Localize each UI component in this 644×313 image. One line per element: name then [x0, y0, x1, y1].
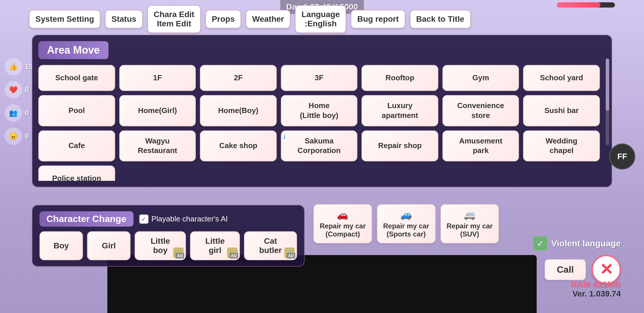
little-boy-ad-badge: AD — [176, 253, 184, 259]
area-home-little-boy[interactable]: Home (Little boy) — [281, 95, 358, 126]
area-1f[interactable]: 1F — [119, 65, 196, 91]
area-luxury-apartment[interactable]: Luxury apartment — [361, 95, 438, 126]
area-convenience-store[interactable]: Convenience store — [442, 95, 519, 126]
props-button[interactable]: Props — [205, 10, 241, 28]
area-pool[interactable]: Pool — [38, 95, 115, 126]
area-cake-shop[interactable]: Cake shop — [200, 130, 277, 162]
area-grid: School gate 1F 2F 3F Rooftop Gym School … — [38, 65, 600, 181]
scroll-indicator — [606, 59, 609, 145]
ai-checkbox[interactable]: ✓ — [139, 214, 149, 224]
ram-info: RAM 421MB Ver. 1.039.74 — [571, 279, 621, 299]
area-cafe[interactable]: Cafe — [38, 130, 115, 162]
char-buttons: Boy Girl Little boy 🔒 AD Little girl 🔒 A… — [39, 231, 297, 260]
car-repair-panel: 🚗 Repair my car (Compact) 🚙 Repair my ca… — [313, 204, 499, 243]
version-text: Ver. 1.039.74 — [571, 289, 621, 299]
back-to-title-button[interactable]: Back to Title — [410, 10, 471, 28]
people-value: 0 — [25, 109, 29, 117]
area-wagyu-restaurant[interactable]: Wagyu Restaurant — [119, 130, 196, 162]
weather-button[interactable]: Weather — [246, 10, 290, 28]
area-2f[interactable]: 2F — [200, 65, 277, 91]
area-repair-shop[interactable]: Repair shop — [361, 130, 438, 162]
repair-suv-button[interactable]: 🚐 Repair my car (SUV) — [440, 204, 499, 243]
char-little-girl-button[interactable]: Little girl 🔒 AD — [190, 231, 240, 260]
repair-compact-button[interactable]: 🚗 Repair my car (Compact) — [313, 204, 372, 243]
area-move-title: Area Move — [38, 41, 108, 59]
bottom-right-panel: ✓ Violent language Call ✕ — [533, 236, 621, 284]
char-cat-butler-label: Cat butler — [259, 236, 282, 255]
bug-report-button[interactable]: Bug report — [351, 10, 405, 28]
area-rooftop[interactable]: Rooftop — [361, 65, 438, 91]
language-button[interactable]: Language :English — [295, 5, 346, 33]
character-change-title: Character Change — [39, 211, 133, 227]
ff-button[interactable]: FF — [609, 143, 635, 170]
area-3f[interactable]: 3F — [281, 65, 358, 91]
ai-checkbox-text: Playable character's AI — [151, 214, 228, 223]
char-little-girl-label: Little girl — [205, 236, 225, 255]
area-wedding-chapel[interactable]: Wedding chapel — [523, 130, 600, 162]
cat-butler-ad-badge: AD — [287, 253, 295, 259]
area-move-panel: Area Move School gate 1F 2F 3F Rooftop G… — [32, 35, 612, 187]
little-girl-ad-badge: AD — [229, 253, 238, 259]
hearts-icon: ❤️ — [5, 81, 22, 99]
anger-value: 0 — [25, 132, 29, 140]
suv-car-icon: 🚐 — [447, 209, 493, 220]
repair-suv-label: Repair my car (SUV) — [447, 222, 493, 238]
people-icon: 👥 — [5, 104, 22, 122]
likes-icon: 👍 — [5, 58, 22, 75]
anger-icon: 😠 — [5, 128, 22, 145]
ram-text: RAM 421MB — [571, 279, 621, 289]
area-sushi-bar[interactable]: Sushi bar — [523, 95, 600, 126]
char-cat-butler-button[interactable]: Cat butler 🔒 AD — [244, 231, 297, 260]
char-little-boy-label: Little boy — [151, 236, 170, 255]
char-little-boy-button[interactable]: Little boy 🔒 AD — [135, 231, 186, 260]
violent-language-checkbox[interactable]: ✓ — [533, 236, 547, 250]
char-boy-button[interactable]: Boy — [39, 231, 83, 260]
character-change-panel: Character Change ✓ Playable character's … — [32, 205, 305, 267]
area-gym[interactable]: Gym — [442, 65, 519, 91]
system-setting-button[interactable]: System Setting — [29, 10, 100, 28]
area-amusement-park[interactable]: Amusement park — [442, 130, 519, 162]
area-grid-container[interactable]: School gate 1F 2F 3F Rooftop Gym School … — [38, 65, 606, 181]
scroll-thumb — [606, 59, 609, 111]
repair-compact-label: Repair my car (Compact) — [320, 222, 366, 238]
close-x-icon: ✕ — [600, 261, 613, 278]
area-school-yard[interactable]: School yard — [523, 65, 600, 91]
repair-sports-button[interactable]: 🚙 Repair my car (Sports car) — [377, 204, 436, 243]
ai-checkbox-label[interactable]: ✓ Playable character's AI — [139, 214, 228, 224]
repair-sports-label: Repair my car (Sports car) — [383, 222, 429, 238]
toolbar: System Setting Status Chara Edit Item Ed… — [29, 5, 615, 33]
chara-edit-button[interactable]: Chara Edit Item Edit — [147, 5, 201, 33]
status-button[interactable]: Status — [105, 10, 143, 28]
char-panel-header: Character Change ✓ Playable character's … — [39, 211, 297, 227]
compact-car-icon: 🚗 — [320, 209, 366, 220]
hearts-value: 0 — [25, 86, 29, 94]
area-home-boy[interactable]: Home(Boy) — [200, 95, 277, 126]
sports-car-icon: 🚙 — [383, 209, 429, 220]
violent-language-label: Violent language — [551, 239, 621, 248]
area-home-girl[interactable]: Home(Girl) — [119, 95, 196, 126]
char-girl-button[interactable]: Girl — [87, 231, 131, 260]
call-button[interactable]: Call — [544, 259, 586, 280]
area-school-gate[interactable]: School gate — [38, 65, 115, 91]
area-sakuma-corporation[interactable]: i Sakuma Corporation — [281, 130, 358, 162]
violent-language-row: ✓ Violent language — [533, 236, 621, 250]
area-police-station[interactable]: Police station — [38, 165, 115, 181]
